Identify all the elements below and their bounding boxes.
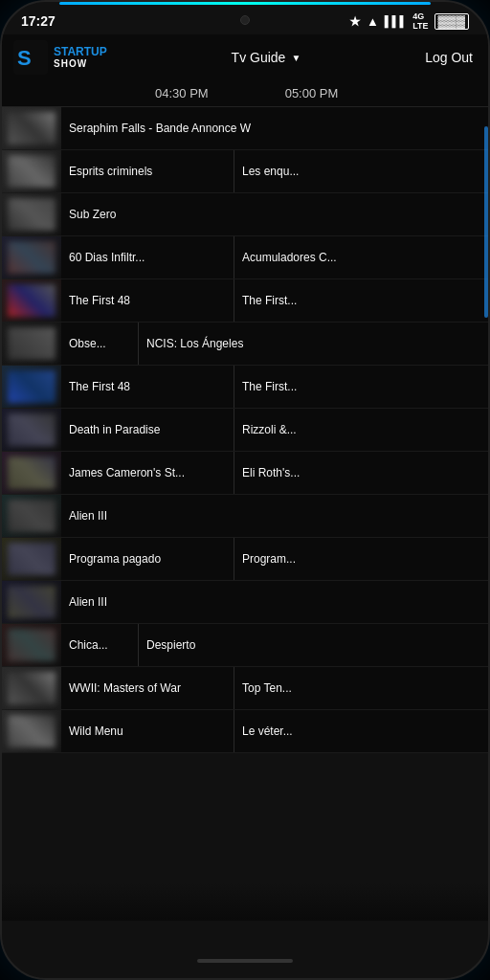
channel-thumbnail: [2, 193, 61, 235]
program-cells: Alien III: [61, 581, 488, 623]
app-header: S STARTUP SHOW Tv Guide ▼ Log Out: [2, 34, 488, 80]
bottom-fade: [2, 882, 488, 921]
program-cell[interactable]: Esprits criminels: [61, 150, 234, 192]
program-cell[interactable]: Despierto: [138, 624, 253, 666]
program-cells: Esprits criminelsLes enqu...: [61, 150, 488, 192]
program-cell[interactable]: Acumuladores C...: [234, 236, 348, 278]
channel-thumbnail: [2, 667, 61, 709]
program-cell[interactable]: James Cameron's St...: [61, 452, 234, 494]
program-cell[interactable]: The First 48: [61, 279, 234, 322]
channel-row: Death in ParadiseRizzoli &...: [2, 409, 488, 452]
channel-row: 60 Dias Infiltr...Acumuladores C...: [2, 236, 488, 279]
channel-row: Obse...NCIS: Los Ángeles: [2, 323, 488, 366]
channel-thumbnail: [2, 279, 61, 322]
program-cells: WWII: Masters of WarTop Ten...: [61, 667, 488, 709]
program-cell[interactable]: 60 Dias Infiltr...: [61, 236, 234, 278]
channel-thumbnail: [2, 409, 61, 451]
channel-thumbnail: [2, 538, 61, 580]
channel-row: Wild MenuLe véter...: [2, 710, 488, 753]
program-cell[interactable]: Alien III: [61, 495, 488, 537]
channel-thumbnail: [2, 323, 61, 365]
channel-thumbnail: [2, 624, 61, 666]
channel-row: Chica...Despierto: [2, 624, 488, 667]
program-cell[interactable]: Le véter...: [234, 710, 348, 752]
program-cell[interactable]: NCIS: Los Ángeles: [138, 323, 310, 365]
program-cells: Chica...Despierto: [61, 624, 488, 666]
program-cell[interactable]: The First...: [234, 366, 348, 408]
program-cells: 60 Dias Infiltr...Acumuladores C...: [61, 236, 488, 278]
status-icons: ★ ▲ ▌▌▌ 4GLTE ▓▓▓: [349, 11, 469, 31]
nav-tv-guide[interactable]: Tv Guide ▼: [232, 50, 301, 65]
program-cell[interactable]: The First...: [234, 279, 348, 322]
channel-row: James Cameron's St...Eli Roth's...: [2, 452, 488, 495]
program-cells: Alien III: [61, 495, 488, 537]
dropdown-chevron-icon: ▼: [291, 53, 301, 63]
bluetooth-icon: ★: [349, 14, 361, 29]
channel-row: WWII: Masters of WarTop Ten...: [2, 667, 488, 710]
startup-logo-icon: S: [13, 40, 48, 75]
time-slot-2: 05:00 PM: [285, 86, 339, 100]
time-header-row: 04:30 PM 05:00 PM: [2, 80, 488, 107]
channel-thumbnail: [2, 581, 61, 623]
program-cell[interactable]: Chica...: [61, 624, 138, 666]
channel-thumbnail: [2, 495, 61, 537]
channel-row: Seraphim Falls - Bande Annonce W: [2, 107, 488, 150]
camera-dot: [240, 15, 250, 25]
logo-area: S STARTUP SHOW: [13, 40, 107, 75]
svg-text:S: S: [17, 46, 32, 70]
program-cells: The First 48The First...: [61, 366, 488, 408]
program-cell[interactable]: WWII: Masters of War: [61, 667, 234, 709]
program-cells: James Cameron's St...Eli Roth's...: [61, 452, 488, 494]
program-cell[interactable]: Obse...: [61, 323, 138, 365]
channel-thumbnail: [2, 452, 61, 494]
time-slot-1: 04:30 PM: [155, 86, 209, 100]
nav-logout-button[interactable]: Log Out: [425, 50, 473, 65]
wifi-icon: ▲: [367, 14, 379, 29]
program-cells: Obse...NCIS: Los Ángeles: [61, 323, 488, 365]
program-cells: Death in ParadiseRizzoli &...: [61, 409, 488, 451]
program-cell[interactable]: The First 48: [61, 366, 234, 408]
phone-frame: 17:27 ★ ▲ ▌▌▌ 4GLTE ▓▓▓ S STARTUP SHOW T…: [0, 0, 490, 980]
channel-thumbnail: [2, 236, 61, 278]
program-cells: Programa pagadoProgram...: [61, 538, 488, 580]
program-cells: Wild MenuLe véter...: [61, 710, 488, 752]
channel-row: Esprits criminelsLes enqu...: [2, 150, 488, 193]
scroll-indicator[interactable]: [484, 126, 488, 318]
program-cell[interactable]: Sub Zero: [61, 193, 488, 235]
logo-text: STARTUP SHOW: [54, 46, 107, 69]
program-cell[interactable]: Rizzoli &...: [234, 409, 348, 451]
program-cells: The First 48The First...: [61, 279, 488, 322]
channel-row: Programa pagadoProgram...: [2, 538, 488, 581]
program-cell[interactable]: Programa pagado: [61, 538, 234, 580]
program-cell[interactable]: Les enqu...: [234, 150, 348, 192]
status-time: 17:27: [21, 13, 56, 29]
channel-thumbnail: [2, 107, 61, 149]
program-cells: Sub Zero: [61, 193, 488, 235]
program-cell[interactable]: Wild Menu: [61, 710, 234, 752]
channel-thumbnail: [2, 366, 61, 408]
lte-label: 4GLTE: [412, 11, 428, 31]
program-cells: Seraphim Falls - Bande Annonce W: [61, 107, 488, 149]
program-cell[interactable]: Eli Roth's...: [234, 452, 348, 494]
program-cell[interactable]: Death in Paradise: [61, 409, 234, 451]
channel-row: Alien III: [2, 495, 488, 538]
program-cell[interactable]: Alien III: [61, 581, 488, 623]
channel-thumbnail: [2, 710, 61, 752]
channel-row: Alien III: [2, 581, 488, 624]
program-cell[interactable]: Seraphim Falls - Bande Annonce W: [61, 107, 488, 149]
channel-row: Sub Zero: [2, 193, 488, 236]
channel-row: The First 48The First...: [2, 279, 488, 323]
battery-icon: ▓▓▓: [434, 13, 469, 30]
channel-list: Seraphim Falls - Bande Annonce WEsprits …: [2, 107, 488, 753]
program-cell[interactable]: Program...: [234, 538, 348, 580]
channel-row: The First 48The First...: [2, 366, 488, 409]
channel-thumbnail: [2, 150, 61, 192]
program-cell[interactable]: Top Ten...: [234, 667, 348, 709]
home-indicator: [197, 959, 293, 963]
phone-accent: [59, 2, 431, 5]
signal-icon: ▌▌▌: [385, 15, 407, 27]
